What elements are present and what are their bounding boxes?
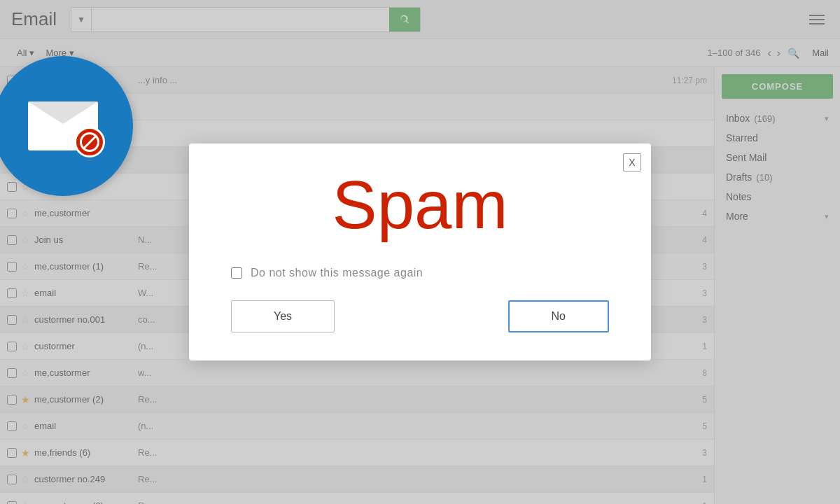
no-btn[interactable]: No <box>508 300 609 332</box>
do-not-show-label: Do not show this message again <box>251 267 423 279</box>
checkbox-row: Do not show this message again <box>231 267 616 279</box>
yes-btn[interactable]: Yes <box>231 300 335 332</box>
ban-icon <box>74 127 105 158</box>
modal-title: Spam <box>224 172 616 239</box>
modal-buttons: Yes No <box>224 300 616 332</box>
envelope-flap <box>28 102 98 124</box>
envelope-icon <box>28 102 98 150</box>
modal-close-btn[interactable]: X <box>623 153 641 172</box>
do-not-show-checkbox[interactable] <box>231 267 242 279</box>
spam-modal: X Spam Do not show this message again Ye… <box>189 144 651 360</box>
ban-circle <box>80 132 99 152</box>
modal-overlay: X Spam Do not show this message again Ye… <box>0 0 840 504</box>
